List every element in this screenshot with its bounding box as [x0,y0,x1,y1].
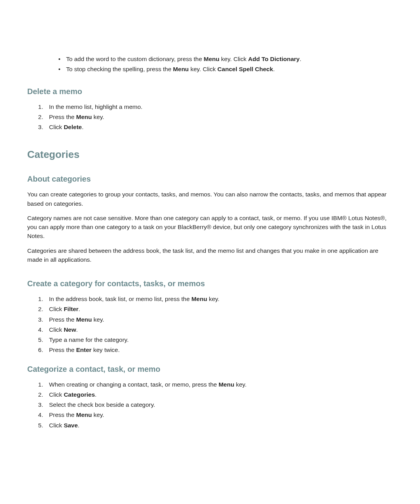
text: Select the check box beside a category. [49,401,155,408]
list-item: In the memo list, highlight a memo. [38,102,393,111]
text: . [273,66,275,72]
list-item: Click Delete. [38,122,393,131]
bold-text: Enter [76,346,92,353]
paragraph: You can create categories to group your … [27,190,393,208]
list-item: Click Save. [38,421,393,430]
paragraph: Categories are shared between the addres… [27,246,393,264]
bold-text: New [64,326,76,333]
text: . [82,124,83,130]
bold-text: Menu [173,66,189,72]
bold-text: Filter [64,306,79,312]
heading-categories: Categories [27,147,393,162]
bold-text: Save [64,422,78,429]
text: . [299,56,301,62]
text: Type a name for the category. [49,336,129,343]
text: key. Click [219,56,248,62]
list-item: Click Categories. [38,390,393,399]
text: . [78,422,79,429]
text: Click [49,124,64,130]
text: key. Click [189,66,217,72]
heading-about-categories: About categories [27,173,393,185]
text: Press the [49,411,76,418]
delete-memo-steps: In the memo list, highlight a memo. Pres… [38,102,393,132]
list-item: Press the Menu key. [38,315,393,324]
list-item: When creating or changing a contact, tas… [38,380,393,389]
text: . [95,391,96,398]
text: Click [49,422,64,429]
list-item: Press the Enter key twice. [38,345,393,354]
bold-text: Add To Dictionary [248,56,299,62]
list-item: Click New. [38,325,393,334]
text: key. [92,316,104,323]
list-item: Press the Menu key. [38,112,393,121]
bold-text: Menu [76,411,92,418]
bold-text: Cancel Spell Check [217,66,273,72]
list-item: Press the Menu key. [38,410,393,419]
text: key twice. [91,346,119,353]
text: Press the [49,316,76,323]
text: When creating or changing a contact, tas… [49,381,219,388]
text: key. [92,114,104,120]
bold-text: Menu [204,56,219,62]
categorize-steps: When creating or changing a contact, tas… [38,380,393,430]
list-item: Click Filter. [38,304,393,313]
text: Press the [49,114,76,120]
bold-text: Categories [64,391,95,398]
heading-categorize: Categorize a contact, task, or memo [27,363,393,375]
bold-text: Menu [219,381,234,388]
text: Click [49,326,64,333]
list-item: Type a name for the category. [38,335,393,344]
paragraph: Category names are not case sensitive. M… [27,214,393,241]
text: To add the word to the custom dictionary… [66,56,204,62]
text: Click [49,306,64,312]
spellcheck-bullets: To add the word to the custom dictionary… [58,54,393,74]
bold-text: Menu [76,114,92,120]
list-item: To stop checking the spelling, press the… [58,65,393,74]
text: key. [234,381,247,388]
text: . [79,306,80,312]
heading-delete-memo: Delete a memo [27,86,393,97]
heading-create-category: Create a category for contacts, tasks, o… [27,278,393,289]
list-item: To add the word to the custom dictionary… [58,54,393,63]
text: key. [92,411,104,418]
text: . [76,326,78,333]
bold-text: Menu [191,296,207,302]
create-category-steps: In the address book, task list, or memo … [38,294,393,355]
list-item: In the address book, task list, or memo … [38,294,393,303]
bold-text: Delete [64,124,82,130]
text: Click [49,391,64,398]
list-item: Select the check box beside a category. [38,400,393,409]
text: To stop checking the spelling, press the [66,66,173,72]
text: Press the [49,346,76,353]
text: In the memo list, highlight a memo. [49,103,142,110]
bold-text: Menu [76,316,92,323]
text: In the address book, task list, or memo … [49,296,191,302]
text: key. [207,296,220,302]
